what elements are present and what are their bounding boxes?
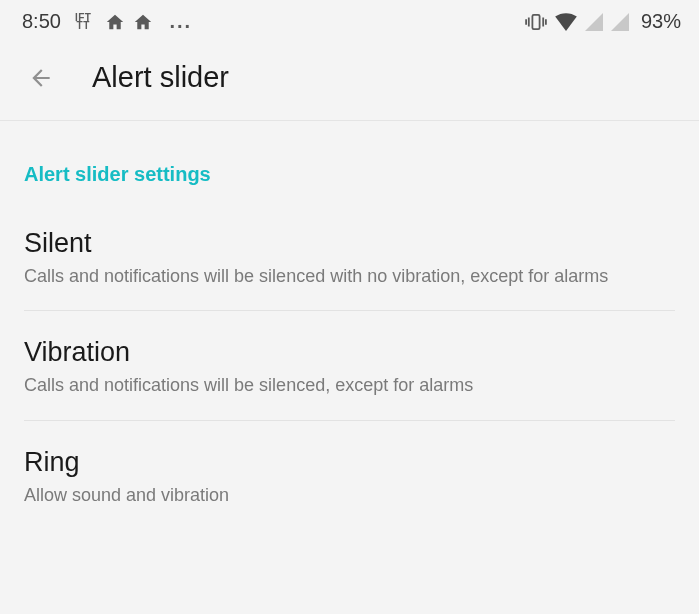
setting-title: Vibration (24, 337, 675, 368)
setting-title: Ring (24, 447, 675, 478)
signal-icon (585, 13, 603, 31)
battery-percentage: 93% (641, 10, 681, 33)
status-left: 8:50 IFT TT ... (22, 10, 192, 33)
setting-subtitle: Calls and notifications will be silenced… (24, 265, 675, 288)
status-right: 93% (525, 10, 681, 33)
setting-silent[interactable]: Silent Calls and notifications will be s… (0, 202, 699, 310)
ift-bottom: TT (77, 22, 90, 30)
setting-subtitle: Calls and notifications will be silenced… (24, 374, 675, 397)
wifi-icon (555, 13, 577, 31)
status-bar: 8:50 IFT TT ... 93% (0, 0, 699, 41)
vibrate-icon (525, 13, 547, 31)
home-icons (105, 13, 153, 31)
home-icon (105, 13, 125, 31)
app-bar: Alert slider (0, 41, 699, 120)
back-arrow-icon (28, 65, 54, 91)
back-button[interactable] (28, 65, 54, 91)
home-icon (133, 13, 153, 31)
page-title: Alert slider (92, 61, 229, 94)
status-time: 8:50 (22, 10, 61, 33)
setting-vibration[interactable]: Vibration Calls and notifications will b… (0, 311, 699, 419)
signal-icon (611, 13, 629, 31)
setting-subtitle: Allow sound and vibration (24, 484, 675, 507)
ift-icon: IFT TT (75, 14, 92, 30)
section-header: Alert slider settings (0, 121, 699, 202)
setting-title: Silent (24, 228, 675, 259)
setting-ring[interactable]: Ring Allow sound and vibration (0, 421, 699, 529)
more-icon: ... (169, 10, 192, 33)
svg-rect-0 (532, 14, 539, 28)
